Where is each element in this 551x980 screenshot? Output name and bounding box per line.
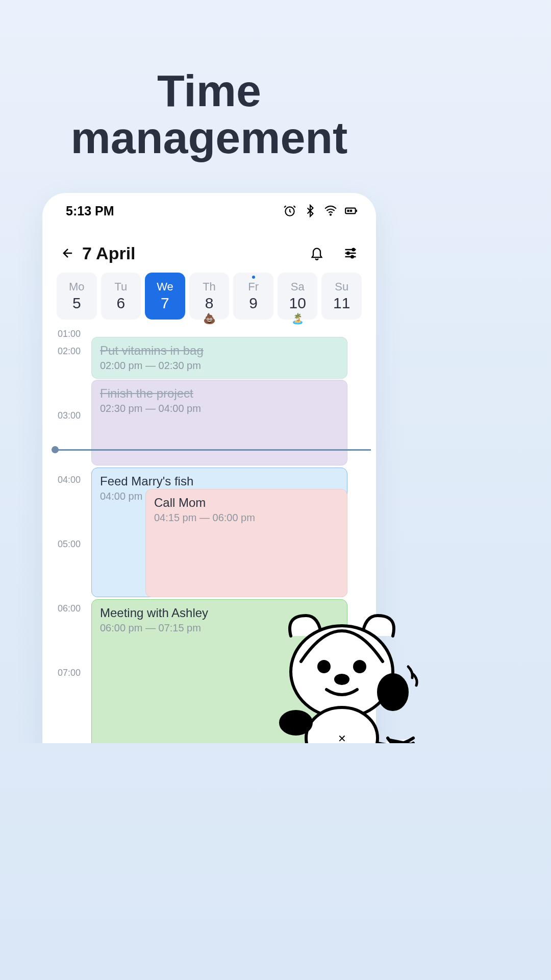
- current-time-dot: [52, 446, 59, 453]
- day-emoji: 🏝️: [291, 312, 304, 325]
- week-strip: Mo5Tu6We7Th8💩Fr9Sa10🏝️Su11: [42, 268, 376, 327]
- svg-rect-4: [350, 210, 352, 212]
- arrow-left-icon: [61, 246, 75, 260]
- event-title: Put vitamins in bag: [100, 344, 339, 358]
- calendar-event[interactable]: Call Mom04:15 pm — 06:00 pm: [145, 489, 347, 597]
- day-number: 6: [117, 295, 126, 312]
- status-bar: 5:13 PM: [42, 193, 376, 229]
- event-title: Feed Marry's fish: [100, 474, 339, 488]
- svg-point-15: [379, 675, 407, 709]
- status-time: 5:13 PM: [66, 204, 114, 218]
- day-abbr: Tu: [114, 280, 127, 293]
- day-number: 5: [72, 295, 81, 312]
- notifications-button[interactable]: [307, 243, 327, 263]
- day-pill-tu[interactable]: Tu6: [101, 273, 141, 320]
- sliders-icon: [343, 246, 358, 260]
- day-pill-mo[interactable]: Mo5: [57, 273, 97, 320]
- hour-label: 02:00: [58, 346, 81, 357]
- hour-label: 07:00: [58, 668, 81, 678]
- day-abbr: Su: [335, 280, 348, 293]
- calendar-event[interactable]: Finish the project02:30 pm — 04:00 pm: [91, 380, 347, 465]
- svg-point-14: [281, 712, 311, 734]
- svg-point-5: [353, 249, 355, 251]
- day-abbr: Mo: [69, 280, 85, 293]
- alarm-icon: [283, 204, 296, 217]
- event-title: Call Mom: [154, 496, 339, 510]
- hour-label: 04:00: [58, 475, 81, 485]
- day-indicator-dot: [252, 276, 255, 279]
- svg-point-10: [355, 662, 365, 672]
- day-pill-th[interactable]: Th8💩: [189, 273, 230, 320]
- mascot-illustration: ✕: [260, 605, 418, 743]
- hour-label: 05:00: [58, 539, 81, 550]
- day-abbr: Fr: [248, 280, 259, 293]
- day-number: 9: [249, 295, 258, 312]
- svg-text:✕: ✕: [338, 733, 346, 743]
- status-icons: [283, 204, 358, 217]
- day-pill-sa[interactable]: Sa10🏝️: [278, 273, 318, 320]
- day-abbr: Th: [203, 280, 216, 293]
- current-time-line: [54, 449, 371, 451]
- day-abbr: We: [157, 280, 173, 293]
- day-emoji: 💩: [203, 312, 216, 325]
- headline-line-2: management: [71, 112, 348, 163]
- event-time: 02:00 pm — 02:30 pm: [100, 360, 339, 372]
- day-pill-we[interactable]: We7: [145, 273, 185, 320]
- day-number: 8: [205, 295, 214, 312]
- event-time: 02:30 pm — 04:00 pm: [100, 403, 339, 414]
- day-number: 7: [161, 295, 169, 312]
- hour-label: 01:00: [58, 329, 81, 339]
- back-button[interactable]: [58, 243, 78, 263]
- app-header: 7 April: [42, 229, 376, 268]
- headline-line-1: Time: [157, 65, 261, 116]
- day-abbr: Sa: [291, 280, 305, 293]
- day-pill-su[interactable]: Su11: [321, 273, 362, 320]
- bluetooth-icon: [304, 204, 317, 217]
- hour-label: 06:00: [58, 603, 81, 614]
- day-number: 11: [333, 295, 350, 312]
- svg-point-11: [336, 675, 348, 683]
- event-time: 04:15 pm — 06:00 pm: [154, 512, 339, 524]
- hour-label: 03:00: [58, 410, 81, 421]
- filter-button[interactable]: [340, 243, 361, 263]
- svg-point-9: [319, 662, 329, 672]
- header-actions: [307, 243, 361, 263]
- event-title: Finish the project: [100, 386, 339, 401]
- wifi-signal-icon: [324, 204, 337, 217]
- day-pill-fr[interactable]: Fr9: [233, 273, 273, 320]
- svg-point-1: [330, 214, 331, 215]
- bell-icon: [310, 246, 324, 260]
- svg-rect-3: [347, 210, 349, 212]
- day-number: 10: [289, 295, 306, 312]
- calendar-event[interactable]: Put vitamins in bag02:00 pm — 02:30 pm: [91, 337, 347, 379]
- marketing-headline: Time management: [0, 0, 418, 161]
- battery-icon: [344, 204, 358, 217]
- svg-point-7: [351, 256, 354, 258]
- svg-point-6: [347, 252, 349, 255]
- date-title: 7 April: [82, 243, 136, 263]
